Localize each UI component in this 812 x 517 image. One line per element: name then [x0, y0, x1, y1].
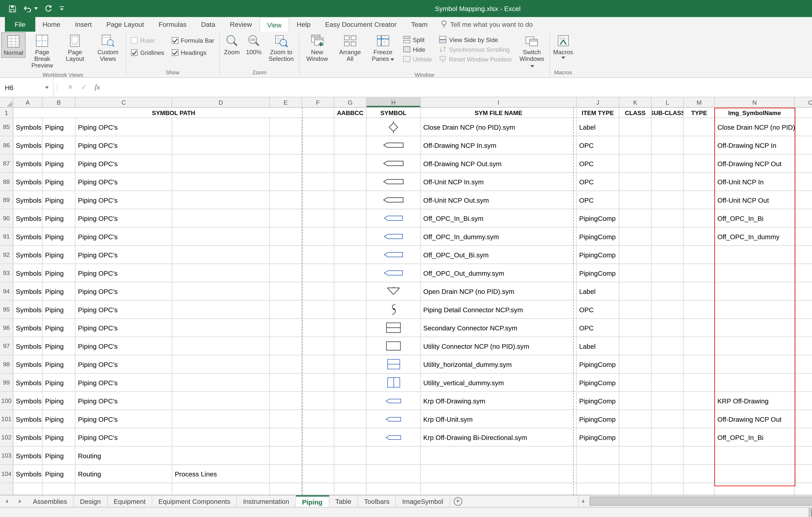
- cell-j96[interactable]: OPC: [577, 319, 619, 337]
- cell-o86[interactable]: [795, 136, 812, 155]
- cell-o90[interactable]: [795, 209, 812, 228]
- cell-m101[interactable]: [684, 410, 715, 429]
- cell-e90[interactable]: [270, 209, 302, 228]
- cell-g92[interactable]: [335, 246, 367, 264]
- cell-e93[interactable]: [270, 264, 302, 282]
- cell-a95[interactable]: Symbols: [13, 301, 43, 319]
- cell-f93[interactable]: [302, 264, 335, 282]
- symbol-opc-blue-icon[interactable]: [367, 246, 421, 264]
- cell-b99[interactable]: Piping: [43, 374, 76, 392]
- cell-m103[interactable]: [684, 447, 715, 465]
- cell-l85[interactable]: [652, 118, 684, 136]
- cell-n101[interactable]: Off-Drawing NCP Out: [715, 410, 795, 429]
- row-header-89[interactable]: 89: [0, 191, 13, 210]
- cell-a92[interactable]: Symbols: [13, 246, 43, 264]
- cell-o98[interactable]: [795, 355, 812, 374]
- sheet-tab-toolbars[interactable]: Toolbars: [358, 495, 396, 507]
- cell-i89[interactable]: Off-Unit NCP Out.sym: [421, 191, 577, 210]
- cell-m90[interactable]: [684, 209, 715, 228]
- cell-f92[interactable]: [302, 246, 335, 264]
- cell-c88[interactable]: Piping OPC's: [76, 173, 172, 191]
- symbol-opc-black-icon[interactable]: [367, 173, 421, 191]
- cell-e96[interactable]: [270, 319, 302, 337]
- column-header-b[interactable]: B: [43, 97, 76, 108]
- arrange-all-button[interactable]: Arrange All: [334, 32, 367, 64]
- cell-o88[interactable]: [795, 173, 812, 191]
- cell-j103[interactable]: [577, 447, 619, 465]
- cell-n87[interactable]: Off-Drawing NCP Out: [715, 155, 795, 173]
- cell-j99[interactable]: PipingComp: [577, 374, 619, 392]
- cell-g103[interactable]: [335, 447, 367, 465]
- switch-windows-button[interactable]: Switch Windows: [515, 32, 548, 70]
- cell-m87[interactable]: [684, 155, 715, 173]
- cell-e87[interactable]: [270, 155, 302, 173]
- cell-m95[interactable]: [684, 301, 715, 319]
- cell-f99[interactable]: [302, 374, 335, 392]
- cell-g97[interactable]: [335, 337, 367, 356]
- cell-b93[interactable]: Piping: [43, 264, 76, 282]
- cell-j104[interactable]: [577, 465, 619, 483]
- sheet-tab-design[interactable]: Design: [74, 495, 108, 507]
- cell-d91[interactable]: [172, 228, 270, 246]
- column-header-g[interactable]: G: [335, 97, 367, 108]
- cell-i90[interactable]: Off_OPC_In_Bi.sym: [421, 209, 577, 228]
- cell-l90[interactable]: [652, 209, 684, 228]
- cell-i101[interactable]: Krp Off-Unit.sym: [421, 410, 577, 429]
- cell-b95[interactable]: Piping: [43, 301, 76, 319]
- cell-k95[interactable]: [619, 301, 652, 319]
- cell-n95[interactable]: [715, 301, 795, 319]
- cell-o96[interactable]: [795, 319, 812, 337]
- cell-a85[interactable]: Symbols: [13, 118, 43, 136]
- cell-f104[interactable]: [302, 465, 335, 483]
- row-header-102[interactable]: 102: [0, 428, 13, 447]
- column-header-i[interactable]: I: [421, 97, 577, 108]
- view-side-by-side-button[interactable]: View Side by Side: [439, 36, 512, 44]
- row-header-1[interactable]: 1: [0, 108, 13, 118]
- cell-k103[interactable]: [619, 447, 652, 465]
- cell-g89[interactable]: [335, 191, 367, 210]
- cell-a88[interactable]: Symbols: [13, 173, 43, 191]
- header-cell-symbol[interactable]: SYMBOL: [367, 108, 421, 118]
- column-header-f[interactable]: F: [302, 97, 335, 108]
- ribbon-tab-help[interactable]: Help: [289, 17, 318, 32]
- horizontal-scrollbar-thumb[interactable]: [589, 496, 812, 506]
- undo-button[interactable]: [23, 5, 38, 12]
- cell-k87[interactable]: [619, 155, 652, 173]
- cell-d90[interactable]: [172, 209, 270, 228]
- cell-l94[interactable]: [652, 282, 684, 301]
- cell-i98[interactable]: Utility_horizontal_dummy.sym: [421, 355, 577, 374]
- cell-e103[interactable]: [270, 447, 302, 465]
- cell-k88[interactable]: [619, 173, 652, 191]
- cell-j92[interactable]: PipingComp: [577, 246, 619, 264]
- freeze-panes-button[interactable]: Freeze Panes: [366, 32, 399, 64]
- cell-k85[interactable]: [619, 118, 652, 136]
- cell-a90[interactable]: Symbols: [13, 209, 43, 228]
- cell-k91[interactable]: [619, 228, 652, 246]
- save-button[interactable]: [9, 4, 17, 12]
- cell-a101[interactable]: Symbols: [13, 410, 43, 429]
- cell-c104[interactable]: Routing: [76, 465, 172, 483]
- cell-m98[interactable]: [684, 355, 715, 374]
- row-header-88[interactable]: 88: [0, 173, 13, 191]
- cell-f101[interactable]: [302, 410, 335, 429]
- cell-o102[interactable]: [795, 428, 812, 447]
- column-header-a[interactable]: A: [13, 97, 43, 108]
- name-box[interactable]: H6: [0, 78, 54, 97]
- cell-k90[interactable]: [619, 209, 652, 228]
- cell-d98[interactable]: [172, 355, 270, 374]
- cell-c91[interactable]: Piping OPC's: [76, 228, 172, 246]
- cell-g91[interactable]: [335, 228, 367, 246]
- cell-e98[interactable]: [270, 355, 302, 374]
- horizontal-scrollbar[interactable]: [578, 495, 812, 507]
- cell-c103[interactable]: Routing: [76, 447, 172, 465]
- cell-l93[interactable]: [652, 264, 684, 282]
- cell-d89[interactable]: [172, 191, 270, 210]
- cell-j88[interactable]: OPC: [577, 173, 619, 191]
- cell-l103[interactable]: [652, 447, 684, 465]
- cell-g95[interactable]: [335, 301, 367, 319]
- cell-n91[interactable]: Off_OPC_In_dummy: [715, 228, 795, 246]
- cell-d87[interactable]: [172, 155, 270, 173]
- unhide-button[interactable]: Unhide: [403, 55, 432, 63]
- row-header-96[interactable]: 96: [0, 319, 13, 337]
- cell-c89[interactable]: Piping OPC's: [76, 191, 172, 210]
